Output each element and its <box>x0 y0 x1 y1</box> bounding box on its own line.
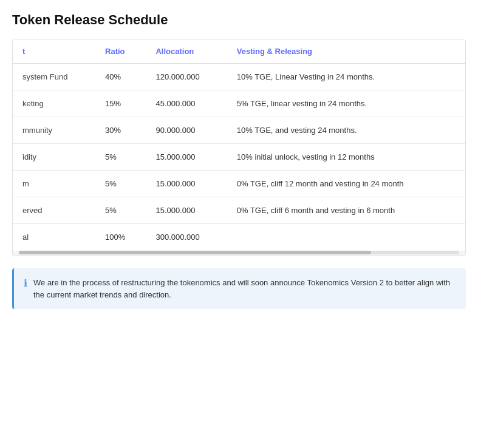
table-row: al100%300.000.000 <box>13 224 465 251</box>
cell-category-6: al <box>13 224 95 251</box>
cell-ratio-6: 100% <box>95 224 146 251</box>
cell-ratio-5: 5% <box>95 197 146 224</box>
cell-vesting-3: 10% initial unlock, vesting in 12 months <box>227 144 465 171</box>
cell-vesting-0: 10% TGE, Linear Vesting in 24 months. <box>227 64 465 90</box>
table-row: mmunity30%90.000.00010% TGE, and vesting… <box>13 117 465 144</box>
token-release-table: t Ratio Allocation Vesting & Releasing s… <box>12 39 466 256</box>
table-row: m5%15.000.0000% TGE, cliff 12 month and … <box>13 171 465 197</box>
col-header-allocation: Allocation <box>146 39 227 64</box>
cell-allocation-0: 120.000.000 <box>146 64 227 90</box>
cell-ratio-3: 5% <box>95 144 146 171</box>
cell-ratio-2: 30% <box>95 117 146 144</box>
cell-ratio-0: 40% <box>95 64 146 90</box>
col-header-vesting: Vesting & Releasing <box>227 39 465 64</box>
table-row: keting15%45.000.0005% TGE, linear vestin… <box>13 90 465 117</box>
table-row: erved5%15.000.0000% TGE, cliff 6 month a… <box>13 197 465 224</box>
cell-vesting-1: 5% TGE, linear vesting in 24 months. <box>227 90 465 117</box>
cell-allocation-6: 300.000.000 <box>146 224 227 251</box>
cell-ratio-4: 5% <box>95 171 146 197</box>
cell-category-0: system Fund <box>13 64 95 90</box>
cell-category-4: m <box>13 171 95 197</box>
cell-allocation-2: 90.000.000 <box>146 117 227 144</box>
cell-allocation-4: 15.000.000 <box>146 171 227 197</box>
cell-vesting-4: 0% TGE, cliff 12 month and vesting in 24… <box>227 171 465 197</box>
cell-allocation-1: 45.000.000 <box>146 90 227 117</box>
cell-category-1: keting <box>13 90 95 117</box>
cell-allocation-5: 15.000.000 <box>146 197 227 224</box>
cell-category-3: idity <box>13 144 95 171</box>
table-row: idity5%15.000.00010% initial unlock, ves… <box>13 144 465 171</box>
info-text: We are in the process of restructuring t… <box>33 277 456 300</box>
cell-allocation-3: 15.000.000 <box>146 144 227 171</box>
info-banner: ℹ We are in the process of restructuring… <box>12 268 466 309</box>
cell-vesting-6 <box>227 224 465 251</box>
cell-vesting-5: 0% TGE, cliff 6 month and vesting in 6 m… <box>227 197 465 224</box>
info-icon: ℹ <box>24 277 27 289</box>
cell-category-5: erved <box>13 197 95 224</box>
table-header-row: t Ratio Allocation Vesting & Releasing <box>13 39 465 64</box>
col-header-ratio: Ratio <box>95 39 146 64</box>
cell-ratio-1: 15% <box>95 90 146 117</box>
page-title: Token Release Schedule <box>12 12 466 28</box>
cell-vesting-2: 10% TGE, and vesting 24 months. <box>227 117 465 144</box>
cell-category-2: mmunity <box>13 117 95 144</box>
col-header-category: t <box>13 39 95 64</box>
table-row: system Fund40%120.000.00010% TGE, Linear… <box>13 64 465 90</box>
horizontal-scrollbar[interactable] <box>13 251 465 256</box>
